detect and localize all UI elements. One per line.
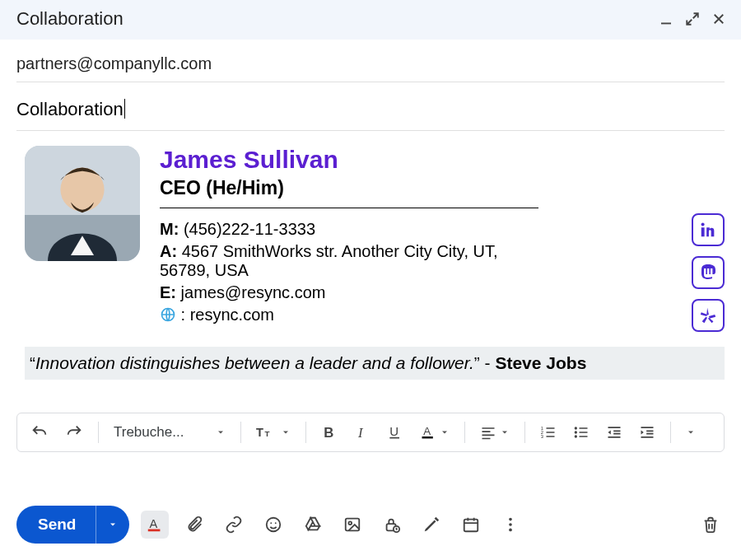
indent-icon	[639, 424, 655, 441]
svg-point-23	[575, 435, 577, 437]
mobile-value: (456)222-11-3333	[184, 220, 315, 238]
quote-author: Steve Jobs	[495, 353, 586, 372]
avatar	[25, 146, 140, 261]
yelp-icon	[699, 306, 717, 324]
svg-rect-7	[704, 268, 706, 274]
more-formatting-button[interactable]	[679, 422, 702, 442]
linkedin-link[interactable]	[692, 213, 725, 246]
svg-rect-29	[346, 519, 360, 531]
svg-point-28	[275, 522, 277, 524]
text-color-button[interactable]: A	[413, 419, 456, 446]
formatting-options-button[interactable]: A	[141, 511, 169, 539]
subject-value: Collaboration	[16, 99, 124, 119]
more-options-button[interactable]	[496, 511, 524, 539]
fullscreen-button[interactable]	[685, 12, 700, 26]
insert-link-button[interactable]	[220, 511, 248, 539]
outdent-button[interactable]	[599, 419, 629, 446]
svg-point-34	[510, 518, 513, 521]
avatar-image	[25, 146, 140, 261]
image-icon	[343, 516, 361, 534]
close-button[interactable]	[711, 12, 726, 26]
svg-point-35	[510, 523, 513, 526]
send-button[interactable]: Send	[16, 506, 96, 544]
italic-icon: I	[354, 424, 370, 441]
mastodon-icon	[698, 263, 718, 282]
subject-field[interactable]: Collaboration	[16, 82, 725, 131]
font-size-select[interactable]: T T	[249, 419, 297, 446]
window-title: Collaboration	[16, 8, 124, 30]
align-button[interactable]	[473, 419, 516, 446]
separator	[524, 422, 525, 443]
separator	[464, 422, 465, 443]
svg-point-21	[575, 427, 577, 429]
svg-point-26	[267, 518, 281, 532]
discard-draft-button[interactable]	[697, 511, 725, 539]
separator	[98, 422, 99, 443]
signature-address-row: A: 4567 SmithWorks str. Another City Cit…	[160, 242, 538, 280]
redo-button[interactable]	[58, 418, 90, 446]
bold-button[interactable]: B	[315, 419, 344, 446]
social-links	[692, 213, 725, 332]
svg-rect-9	[711, 268, 712, 274]
svg-text:T: T	[265, 429, 270, 438]
underline-button[interactable]: U	[380, 419, 410, 446]
svg-rect-17	[422, 436, 433, 439]
drive-icon	[304, 516, 322, 534]
more-vert-icon	[501, 516, 520, 534]
send-button-group: Send	[16, 506, 129, 544]
bulleted-list-button[interactable]	[566, 419, 596, 446]
yelp-link[interactable]	[692, 299, 725, 332]
message-body[interactable]: James Sullivan CEO (He/Him) M: (456)222-…	[16, 131, 725, 380]
signature-details: James Sullivan CEO (He/Him) M: (456)222-…	[160, 146, 665, 328]
quote-sep: -	[480, 353, 496, 372]
svg-text:U: U	[389, 424, 398, 438]
attach-button[interactable]	[180, 511, 208, 539]
email-value: james@resync.com	[181, 283, 326, 301]
web-sep: :	[181, 306, 186, 324]
numbered-list-button[interactable]: 123	[534, 419, 563, 446]
font-family-select[interactable]: Trebuche...	[107, 419, 232, 446]
insert-drive-button[interactable]	[299, 511, 327, 539]
outdent-icon	[606, 424, 622, 441]
schedule-send-button[interactable]	[457, 511, 485, 539]
mobile-label: M:	[160, 220, 179, 238]
quote-open: “	[30, 353, 35, 372]
quote-banner: “Innovation distinguishes between a lead…	[25, 347, 725, 380]
globe-icon	[160, 306, 176, 323]
mastodon-link[interactable]	[692, 256, 725, 289]
emoji-icon	[264, 516, 282, 534]
compose-body: partners@companyllc.com Collaboration	[0, 40, 741, 488]
chevron-down-icon	[216, 427, 226, 437]
svg-rect-8	[707, 268, 709, 274]
send-options-button[interactable]	[96, 506, 129, 544]
indent-button[interactable]	[632, 419, 662, 446]
to-field[interactable]: partners@companyllc.com	[16, 40, 725, 82]
signature-mobile-row: M: (456)222-11-3333	[160, 220, 665, 239]
compose-window: Collaboration partners@companyllc.com Co…	[0, 0, 741, 560]
bulleted-list-icon	[573, 424, 590, 441]
link-icon	[225, 516, 243, 534]
redo-icon	[65, 423, 83, 441]
signature-website-row: : resync.com	[160, 306, 665, 324]
svg-point-27	[271, 522, 273, 524]
signature-name: James Sullivan	[160, 146, 665, 174]
svg-text:B: B	[324, 425, 333, 441]
insert-image-button[interactable]	[338, 511, 366, 539]
quote-text: Innovation distinguishes between a leade…	[35, 353, 474, 372]
quote-close: ”	[474, 353, 480, 372]
svg-text:A: A	[423, 425, 431, 437]
address-label: A:	[160, 242, 177, 260]
window-controls	[659, 12, 726, 26]
italic-button[interactable]: I	[347, 419, 377, 446]
signature-block: James Sullivan CEO (He/Him) M: (456)222-…	[25, 146, 725, 332]
to-value: partners@companyllc.com	[16, 54, 212, 72]
minimize-button[interactable]	[659, 12, 673, 26]
svg-text:A: A	[150, 517, 158, 530]
website-value: resync.com	[190, 306, 274, 324]
insert-signature-button[interactable]	[417, 511, 445, 539]
svg-rect-6	[701, 227, 705, 236]
confidential-mode-button[interactable]	[378, 511, 406, 539]
undo-button[interactable]	[24, 418, 55, 446]
address-value: 4567 SmithWorks str. Another City City, …	[160, 242, 498, 279]
insert-emoji-button[interactable]	[259, 511, 287, 539]
